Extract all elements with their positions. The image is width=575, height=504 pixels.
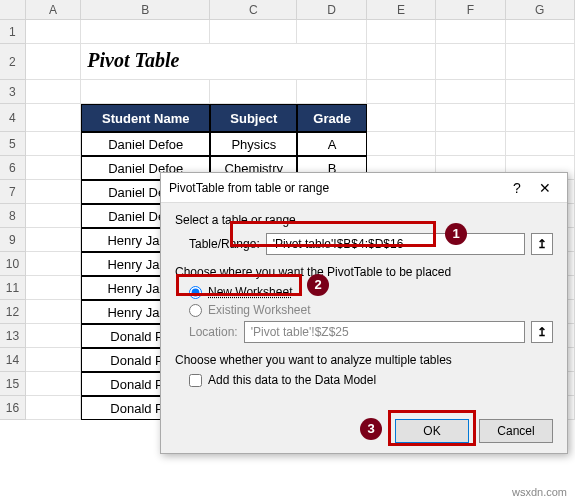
dialog-titlebar: PivotTable from table or range ? ✕ — [161, 173, 567, 203]
select-all-corner[interactable] — [0, 0, 26, 19]
data-model-label: Add this data to the Data Model — [208, 373, 376, 387]
cell[interactable] — [367, 44, 436, 80]
table-header[interactable]: Grade — [297, 104, 366, 132]
cell[interactable] — [210, 20, 297, 44]
collapse-range-icon[interactable]: ↥ — [531, 321, 553, 343]
cell[interactable] — [506, 104, 575, 132]
cell[interactable] — [26, 252, 82, 276]
section-label: Choose whether you want to analyze multi… — [175, 353, 553, 367]
row-4[interactable]: 4 — [0, 104, 26, 132]
cell[interactable] — [367, 80, 436, 104]
cell[interactable] — [297, 80, 366, 104]
cell[interactable] — [367, 132, 436, 156]
cell[interactable] — [506, 132, 575, 156]
cell[interactable] — [26, 44, 82, 80]
cell[interactable] — [26, 228, 82, 252]
location-label: Location: — [189, 325, 238, 339]
cell[interactable] — [436, 132, 505, 156]
col-D[interactable]: D — [297, 0, 366, 19]
data-model-checkbox[interactable] — [189, 374, 202, 387]
table-range-input[interactable] — [266, 233, 525, 255]
row-13[interactable]: 13 — [0, 324, 26, 348]
new-worksheet-radio[interactable] — [189, 286, 202, 299]
cell[interactable] — [506, 44, 575, 80]
existing-worksheet-label: Existing Worksheet — [208, 303, 311, 317]
row-8[interactable]: 8 — [0, 204, 26, 228]
cell[interactable] — [367, 104, 436, 132]
location-input — [244, 321, 525, 343]
cell[interactable] — [26, 180, 82, 204]
cell[interactable] — [26, 324, 82, 348]
col-E[interactable]: E — [367, 0, 436, 19]
cell[interactable] — [26, 300, 82, 324]
row-2[interactable]: 2 — [0, 44, 26, 80]
cell[interactable] — [26, 132, 82, 156]
cell[interactable] — [26, 204, 82, 228]
row-15[interactable]: 15 — [0, 372, 26, 396]
row-16[interactable]: 16 — [0, 396, 26, 420]
cell[interactable] — [26, 276, 82, 300]
col-A[interactable]: A — [26, 0, 82, 19]
row-10[interactable]: 10 — [0, 252, 26, 276]
cell[interactable] — [506, 20, 575, 44]
cell[interactable] — [436, 80, 505, 104]
row-11[interactable]: 11 — [0, 276, 26, 300]
row-5[interactable]: 5 — [0, 132, 26, 156]
cell[interactable] — [436, 44, 505, 80]
cell[interactable] — [26, 104, 82, 132]
cell[interactable] — [436, 104, 505, 132]
row-1[interactable]: 1 — [0, 20, 26, 44]
cell[interactable] — [81, 20, 210, 44]
table-cell[interactable]: Physics — [210, 132, 297, 156]
help-button[interactable]: ? — [503, 177, 531, 199]
cell[interactable] — [436, 20, 505, 44]
section-label: Choose where you want the PivotTable to … — [175, 265, 553, 279]
page-title[interactable]: Pivot Table — [81, 44, 367, 80]
table-header[interactable]: Subject — [210, 104, 297, 132]
table-cell[interactable]: A — [297, 132, 366, 156]
row-12[interactable]: 12 — [0, 300, 26, 324]
col-G[interactable]: G — [506, 0, 575, 19]
section-label: Select a table or range — [175, 213, 553, 227]
cancel-button[interactable]: Cancel — [479, 419, 553, 443]
watermark: wsxdn.com — [512, 486, 567, 498]
table-range-label: Table/Range: — [189, 237, 260, 251]
table-header[interactable]: Student Name — [81, 104, 210, 132]
table-cell[interactable]: Daniel Defoe — [81, 132, 210, 156]
existing-worksheet-radio[interactable] — [189, 304, 202, 317]
cell[interactable] — [26, 372, 82, 396]
cell[interactable] — [26, 80, 82, 104]
col-F[interactable]: F — [436, 0, 505, 19]
row-14[interactable]: 14 — [0, 348, 26, 372]
close-button[interactable]: ✕ — [531, 177, 559, 199]
row-7[interactable]: 7 — [0, 180, 26, 204]
cell[interactable] — [26, 20, 82, 44]
col-C[interactable]: C — [210, 0, 297, 19]
cell[interactable] — [506, 80, 575, 104]
row-9[interactable]: 9 — [0, 228, 26, 252]
collapse-range-icon[interactable]: ↥ — [531, 233, 553, 255]
row-6[interactable]: 6 — [0, 156, 26, 180]
row-3[interactable]: 3 — [0, 80, 26, 104]
cell[interactable] — [81, 80, 210, 104]
ok-button[interactable]: OK — [395, 419, 469, 443]
column-headers: A B C D E F G — [0, 0, 575, 20]
col-B[interactable]: B — [81, 0, 210, 19]
cell[interactable] — [26, 396, 82, 420]
cell[interactable] — [26, 348, 82, 372]
cell[interactable] — [367, 20, 436, 44]
cell[interactable] — [210, 80, 297, 104]
dialog-title: PivotTable from table or range — [169, 181, 503, 195]
new-worksheet-label: New Worksheet — [208, 285, 292, 299]
pivottable-dialog: PivotTable from table or range ? ✕ Selec… — [160, 172, 568, 454]
cell[interactable] — [26, 156, 82, 180]
cell[interactable] — [297, 20, 366, 44]
